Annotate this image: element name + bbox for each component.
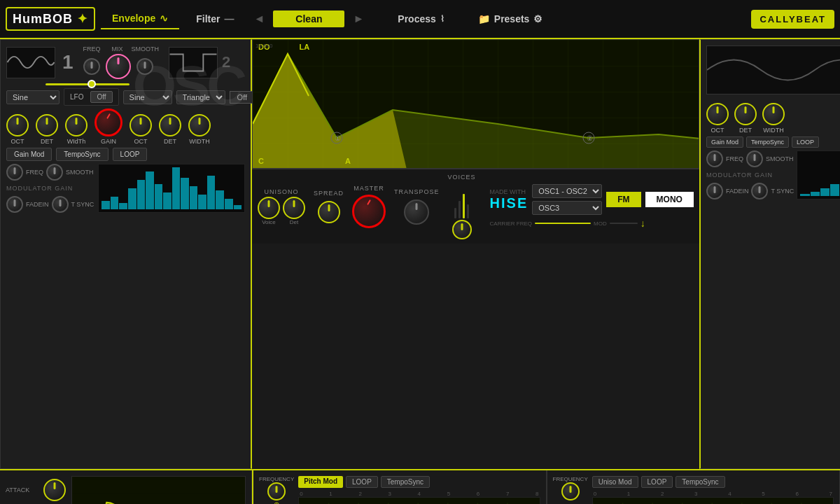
unisono-det-knob[interactable] — [283, 197, 305, 219]
osc1-width-knob[interactable] — [65, 114, 88, 136]
mod-select[interactable]: OSC3 OSC1 OSC2 — [532, 201, 602, 215]
osc3-fadein-knob[interactable] — [706, 183, 723, 200]
freq-knob[interactable] — [83, 58, 100, 75]
osc2-width-knob[interactable] — [188, 114, 211, 136]
osc1-oct-knob[interactable] — [6, 114, 29, 136]
carrier-select[interactable]: OSC1 - OSC2 OSC1 OSC2 — [532, 184, 602, 198]
osc3-det-group: DET — [734, 103, 757, 134]
osc3-oct-label: OCT — [710, 127, 724, 134]
osc3-oct-group: OCT — [706, 103, 729, 134]
uniso-temposync-tab[interactable]: TempoSync — [676, 476, 724, 488]
osc2-det-knob[interactable] — [159, 114, 181, 136]
pitch-temposync-tab[interactable]: TempoSync — [381, 476, 430, 488]
lfo-label: LFO — [70, 93, 83, 101]
uniso-tabs: Uniso Mod LOOP TempoSync — [592, 476, 834, 488]
osc1-oct-label: OCT — [11, 138, 24, 145]
osc3-seq-bars — [797, 150, 840, 200]
osc3-wave-svg — [707, 46, 840, 94]
osc3-wave-display: Sine Triangle Square — [706, 46, 840, 94]
spread-group: SPREAD — [314, 190, 344, 223]
mod-label: MOD — [594, 220, 607, 227]
tempo-sync-btn[interactable]: TempoSync — [56, 148, 108, 161]
mod-freq-knob[interactable] — [6, 164, 23, 181]
lfo-uniso-knobs: FREQUENCY SMOOTH FADE IN TEMP SYNC — [553, 476, 592, 504]
tab-envelope[interactable]: Envelope ∿ — [101, 8, 179, 29]
attack-knob[interactable] — [43, 479, 66, 501]
arrow-left-btn[interactable]: ◄ — [251, 13, 268, 25]
pitch-tabs: Pitch Mod LOOP TempoSync — [298, 476, 540, 488]
osc1-gain-knob[interactable] — [94, 108, 122, 136]
made-with-label: MADE WITH — [490, 188, 528, 195]
mod-tsync-knob[interactable] — [52, 196, 69, 213]
mix-knob[interactable] — [106, 54, 131, 79]
gain-mod-btn[interactable]: Gain Mod — [6, 148, 52, 161]
osc3-gain-mod-btn[interactable]: Gain Mod — [706, 136, 743, 148]
arrow-right-btn[interactable]: ► — [350, 13, 367, 25]
tab-presets-label: Presets — [494, 13, 530, 24]
osc2-oct-knob[interactable] — [130, 114, 152, 136]
pitch-loop-tab[interactable]: LOOP — [346, 476, 378, 488]
voices-sliders — [454, 183, 469, 218]
voices-knob[interactable] — [452, 220, 472, 239]
pitch-freq-knob[interactable] — [267, 482, 286, 500]
osc3-header: OSC Sine Triangle Square 3 — [706, 46, 840, 94]
clean-display: Clean — [273, 10, 344, 27]
envelope-grid: ① ② ③ — [253, 40, 699, 168]
osc3-loop-btn[interactable]: LOOP — [792, 136, 819, 148]
tab-filter[interactable]: Filter — — [185, 9, 245, 29]
osc3-tsync-knob[interactable] — [751, 183, 768, 200]
carrier-slider[interactable] — [535, 223, 591, 224]
mod-smooth-knob[interactable] — [46, 164, 63, 181]
adsr-svg: ADSR — [72, 477, 245, 504]
pitch-mod-tab[interactable]: Pitch Mod — [298, 476, 343, 488]
voice-slider-3[interactable] — [463, 194, 465, 218]
voice-slider-2[interactable] — [458, 201, 461, 218]
fm-btn[interactable]: FM — [606, 192, 640, 207]
osc1-wave-select[interactable]: Sine Triangle Square Sawtooth — [6, 90, 59, 104]
osc3-smooth-knob[interactable] — [746, 150, 763, 167]
env-label-la: LA — [300, 43, 310, 51]
spread-knob[interactable] — [318, 201, 340, 223]
env-label-c: C — [258, 157, 264, 165]
uniso-mod-tab[interactable]: Uniso Mod — [592, 476, 638, 488]
mono-btn[interactable]: MONO — [645, 192, 694, 207]
uniso-freq-knob[interactable] — [561, 482, 580, 500]
adsr-knobs: ATTACK DECAY SUSTAIN RELEASE — [6, 476, 66, 504]
det-label: Det — [290, 219, 298, 225]
voice-slider-1[interactable] — [454, 208, 456, 218]
smooth-knob[interactable] — [136, 58, 153, 75]
adsr-graph: ADSR AT CURVE HOLD — [71, 476, 246, 504]
uniso-seq-container: Uniso Mod LOOP TempoSync 01234567 — [592, 476, 834, 504]
osc3-width-knob[interactable] — [762, 103, 785, 125]
mod-fadein-knob[interactable] — [6, 196, 23, 213]
transpose-knob[interactable] — [404, 200, 429, 225]
mod-slider[interactable] — [610, 223, 638, 224]
loop-btn[interactable]: LOOP — [113, 148, 148, 161]
osc3-oct-knob[interactable] — [706, 103, 729, 125]
main-area: OSC 1 FREQ MIX SMOOTH — [0, 39, 840, 469]
osc3-freq-label: FREQ — [726, 155, 743, 162]
unisono-voice-knob[interactable] — [258, 197, 280, 219]
voice-slider-4[interactable] — [467, 204, 469, 218]
osc3-freq-knob[interactable] — [706, 150, 723, 167]
tab-filter-label: Filter — [196, 13, 220, 24]
osc2-width-label: WIDTH — [189, 138, 210, 145]
tab-envelope-label: Envelope — [112, 13, 155, 24]
osc2-oct-label: OCT — [134, 138, 148, 145]
master-knob[interactable] — [352, 195, 386, 228]
voices-label: VOICES — [448, 174, 476, 181]
osc3-tempo-sync-btn[interactable]: TempoSync — [746, 136, 789, 148]
osc2-oct-group: OCT — [130, 114, 152, 145]
tab-presets[interactable]: 📁 Presets ⚙ — [467, 9, 554, 29]
mod-freq-label: FREQ — [26, 169, 43, 176]
mix-label: MIX — [112, 46, 123, 52]
osc3-det-knob[interactable] — [734, 103, 757, 125]
lfo-off-btn[interactable]: Off — [90, 91, 112, 103]
hise-section: MADE WITH HISE OSC1 - OSC2 OSC1 OSC2 OSC… — [490, 184, 694, 229]
folder-icon: 📁 — [478, 13, 490, 24]
uniso-loop-tab[interactable]: LOOP — [641, 476, 673, 488]
attack-label: ATTACK — [6, 486, 39, 493]
mix-slider[interactable] — [46, 83, 130, 85]
osc1-det-knob[interactable] — [36, 114, 58, 136]
tab-process[interactable]: Process ⌇ — [386, 9, 455, 29]
